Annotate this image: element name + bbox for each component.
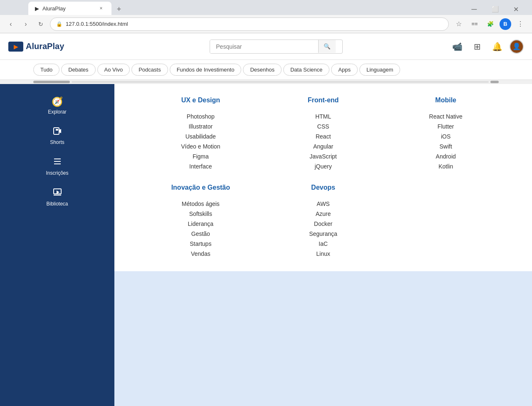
fe-item-angular[interactable]: Angular [262, 141, 385, 151]
browser-toolbar: ‹ › ↻ 🔒 ☆ ≡≡ 🧩 B ⋮ [0, 15, 532, 33]
add-video-button[interactable]: 📹 [450, 39, 465, 54]
categories-scroll-left[interactable] [33, 81, 70, 83]
sidebar: 🧭 Explorar Shorts [0, 84, 114, 406]
maximize-button[interactable]: ⬜ [485, 3, 505, 15]
dev-item-aws[interactable]: AWS [262, 199, 385, 209]
ux-design-heading: UX e Design [139, 97, 262, 104]
refresh-button[interactable]: ↻ [35, 18, 47, 30]
inscricoes-icon [53, 157, 62, 168]
toolbar-icons: ☆ ≡≡ 🧩 B ⋮ [452, 17, 527, 31]
mob-item-kotlin[interactable]: Kotlin [384, 161, 507, 171]
sidebar-item-shorts[interactable]: Shorts [0, 122, 114, 149]
logo-text: AluraPlay [26, 42, 64, 51]
ux-item-interface[interactable]: Interface [139, 161, 262, 171]
apps-button[interactable]: ⊞ [470, 39, 485, 54]
dev-item-iac[interactable]: IaC [262, 239, 385, 249]
category-pill-ao-vivo[interactable]: Ao Vivo [97, 64, 130, 76]
section-ux-design: UX e Design Photoshop Illustrator Usabil… [139, 97, 262, 171]
logo[interactable]: AluraPlay [8, 42, 64, 52]
inscricoes-label: Inscrições [46, 170, 68, 176]
inov-item-vendas[interactable]: Vendas [139, 249, 262, 259]
category-pill-fundos[interactable]: Fundos de Investimento [170, 64, 242, 76]
ux-item-photoshop[interactable]: Photoshop [139, 111, 262, 121]
address-bar: 🔒 [50, 17, 449, 31]
inov-item-gestao[interactable]: Gestão [139, 229, 262, 239]
category-pill-debates[interactable]: Debates [61, 64, 95, 76]
category-pill-data-science[interactable]: Data Science [283, 64, 329, 76]
inov-item-metodos[interactable]: Métodos ágeis [139, 199, 262, 209]
biblioteca-label: Biblioteca [46, 201, 68, 207]
svg-marker-6 [57, 191, 59, 194]
ux-item-usabilidade[interactable]: Usabilidade [139, 131, 262, 141]
category-pill-podcasts[interactable]: Podcasts [131, 64, 168, 76]
dev-item-azure[interactable]: Azure [262, 209, 385, 219]
search-bar: 🔍 [210, 40, 343, 54]
dev-item-linux[interactable]: Linux [262, 249, 385, 259]
devops-heading: Devops [262, 184, 385, 191]
category-pill-linguagem[interactable]: Linguagem [359, 64, 400, 76]
mob-item-ios[interactable]: iOS [384, 131, 507, 141]
back-button[interactable]: ‹ [5, 18, 17, 30]
forward-button[interactable]: › [20, 18, 32, 30]
inov-item-startups[interactable]: Startups [139, 239, 262, 249]
search-button[interactable]: 🔍 [318, 40, 336, 53]
search-input[interactable] [210, 40, 318, 53]
close-window-button[interactable]: ✕ [506, 3, 525, 15]
sidebar-item-biblioteca[interactable]: Biblioteca [0, 183, 114, 211]
mob-item-react-native[interactable]: React Native [384, 111, 507, 121]
ux-item-video-motion[interactable]: Vídeo e Motion [139, 141, 262, 151]
user-avatar[interactable]: 👤 [510, 40, 524, 54]
minimize-button[interactable]: ─ [465, 3, 484, 15]
browser-tab[interactable]: ▶ AluraPlay × [28, 2, 111, 15]
svg-rect-1 [56, 129, 58, 131]
categories-scroll-right[interactable] [490, 81, 499, 83]
shorts-label: Shorts [50, 139, 64, 145]
dropdown-row-2: Inovação e Gestão Métodos ágeis Softskil… [139, 184, 507, 259]
url-input[interactable] [66, 21, 443, 27]
browser-tab-bar: ▶ AluraPlay × + ─ ⬜ ✕ [0, 0, 532, 15]
section-inovacao: Inovação e Gestão Métodos ágeis Softskil… [139, 184, 262, 259]
fe-item-javascript[interactable]: JavaScript [262, 151, 385, 161]
dropdown-menu: UX e Design Photoshop Illustrator Usabil… [114, 84, 532, 271]
new-tab-button[interactable]: + [113, 3, 125, 15]
explorar-icon: 🧭 [52, 97, 63, 107]
main-layout: 🧭 Explorar Shorts [0, 84, 532, 406]
content-wrapper: UX e Design Photoshop Illustrator Usabil… [114, 84, 532, 406]
more-button[interactable]: ⋮ [514, 17, 527, 31]
notifications-button[interactable]: 🔔 [490, 39, 505, 54]
tab-title: AluraPlay [42, 5, 66, 12]
mob-item-flutter[interactable]: Flutter [384, 121, 507, 131]
section-frontend: Front-end HTML CSS React Angular JavaScr… [262, 97, 385, 171]
fe-item-jquery[interactable]: jQuery [262, 161, 385, 171]
frontend-heading: Front-end [262, 97, 385, 104]
svg-rect-0 [54, 128, 59, 134]
fe-item-html[interactable]: HTML [262, 111, 385, 121]
tab-close-button[interactable]: × [97, 5, 105, 12]
bookmark-button[interactable]: ☆ [452, 17, 465, 31]
section-empty [384, 184, 507, 259]
category-pill-apps[interactable]: Apps [331, 64, 358, 76]
tab-favicon: ▶ [35, 5, 39, 12]
sidebar-item-inscricoes[interactable]: Inscrições [0, 153, 114, 180]
browser-menu-button[interactable]: ≡≡ [468, 17, 481, 31]
ux-item-illustrator[interactable]: Illustrator [139, 121, 262, 131]
category-pill-desenhos[interactable]: Desenhos [243, 64, 282, 76]
dev-item-docker[interactable]: Docker [262, 219, 385, 229]
mob-item-android[interactable]: Android [384, 151, 507, 161]
inovacao-heading: Inovação e Gestão [139, 184, 262, 191]
fe-item-css[interactable]: CSS [262, 121, 385, 131]
sidebar-item-explorar[interactable]: 🧭 Explorar [0, 92, 114, 119]
biblioteca-icon [53, 188, 62, 199]
mob-item-swift[interactable]: Swift [384, 141, 507, 151]
browser-frame: ▶ AluraPlay × + ─ ⬜ ✕ ‹ › ↻ 🔒 ☆ ≡≡ 🧩 B ⋮ [0, 0, 532, 406]
inov-item-lideranca[interactable]: Liderança [139, 219, 262, 229]
ux-item-figma[interactable]: Figma [139, 151, 262, 161]
category-pill-tudo[interactable]: Tudo [33, 64, 59, 76]
app-container: AluraPlay 🔍 📹 ⊞ 🔔 👤 Tudo Debates Ao Vivo… [0, 33, 532, 406]
extensions-button[interactable]: 🧩 [484, 17, 497, 31]
inov-item-softskills[interactable]: Softskills [139, 209, 262, 219]
fe-item-react[interactable]: React [262, 131, 385, 141]
dev-item-seguranca[interactable]: Segurança [262, 229, 385, 239]
profile-button[interactable]: B [500, 18, 511, 30]
light-background-area [114, 271, 532, 406]
